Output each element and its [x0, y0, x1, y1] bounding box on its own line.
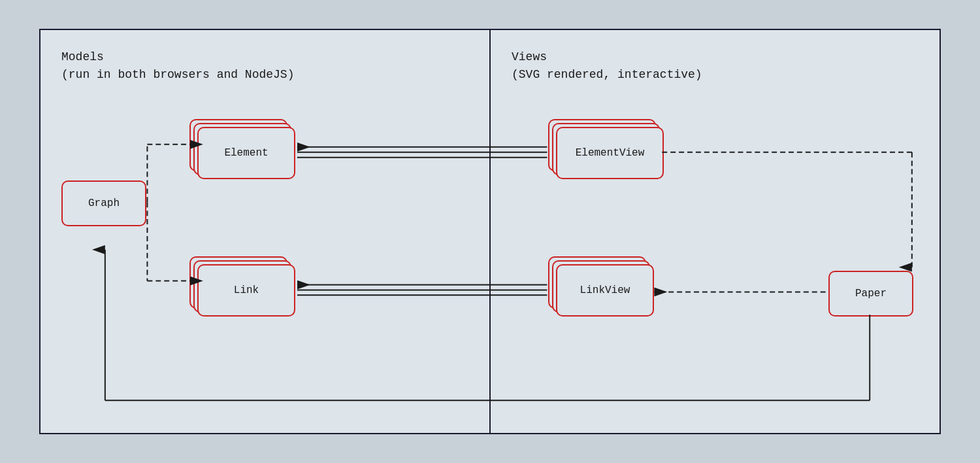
panel-views: Views (SVG rendered, interactive) Elemen… [491, 30, 939, 433]
graph-node: Graph [61, 180, 146, 226]
paper-node: Paper [828, 271, 913, 317]
linkview-node-stack: LinkView [556, 264, 654, 317]
panel-views-title: Views (SVG rendered, interactive) [512, 48, 919, 84]
panel-models: Models (run in both browsers and NodeJS)… [41, 30, 491, 433]
diagram-container: Models (run in both browsers and NodeJS)… [39, 29, 941, 434]
panel-models-title: Models (run in both browsers and NodeJS) [61, 48, 468, 84]
elementview-node-stack: ElementView [556, 127, 664, 179]
element-node-stack: Element [197, 127, 295, 179]
link-node-stack: Link [197, 264, 295, 317]
